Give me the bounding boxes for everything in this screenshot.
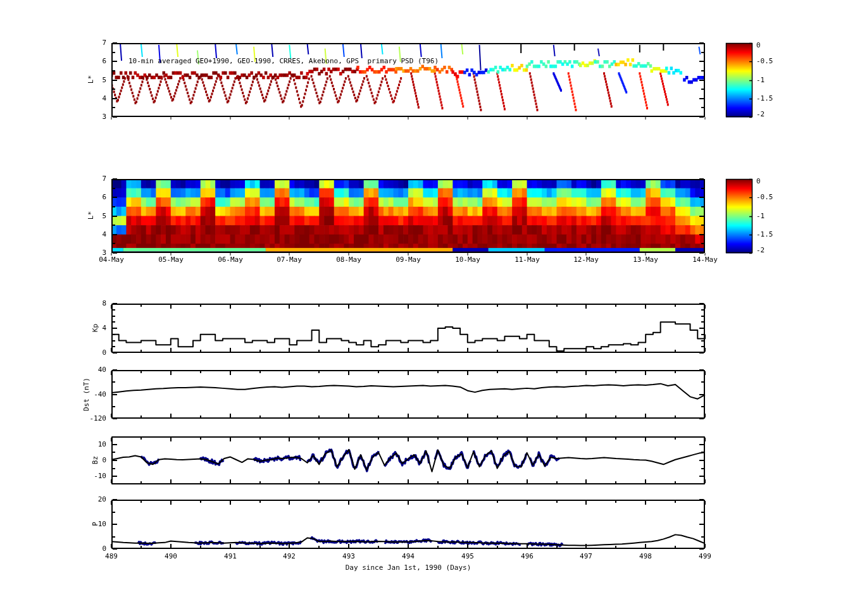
p-panel (111, 500, 705, 549)
kp-ytick-label: 8 (86, 300, 106, 307)
dst-ytick-label: -120 (86, 415, 106, 422)
kp-ytick-label: 4 (86, 324, 106, 332)
colorbar1-tick-label: -1.5 (756, 95, 773, 102)
colorbar2-tick-label: -0.5 (756, 194, 773, 201)
colorbar1-tick-label: -1 (756, 77, 765, 84)
bz-ytick-label: 10 (86, 441, 106, 448)
p-ytick-label: 20 (86, 496, 106, 503)
kp-panel (111, 304, 705, 353)
time-xtick-label: 499 (695, 553, 715, 560)
dst-ytick-label: 40 (86, 366, 106, 374)
bz-ytick-label: 0 (86, 457, 106, 464)
dst-ytick-label: -40 (86, 391, 106, 398)
p2-xtick-label: 06-May (213, 256, 248, 264)
p2-xtick-label: 09-May (390, 256, 426, 264)
p2-xtick-label: 10-May (450, 256, 485, 264)
p2-xtick-label: 08-May (331, 256, 366, 264)
p1-ytick-label: 3 (97, 113, 106, 121)
bz-ytick-label: -10 (86, 472, 106, 480)
dst-panel (111, 370, 705, 419)
p2-xtick-label: 13-May (628, 256, 663, 264)
time-xtick-label: 489 (101, 553, 122, 560)
p1-ytick-label: 6 (97, 58, 106, 65)
p2-xtick-label: 14-May (687, 256, 723, 264)
colorbar1-tick-label: -2 (756, 111, 765, 118)
time-xtick-label: 491 (220, 553, 240, 560)
time-xtick-label: 494 (398, 553, 418, 560)
time-xtick-label: 495 (458, 553, 478, 560)
colorbar2-tick-label: 0 (756, 178, 761, 185)
p2-xtick-label: 12-May (568, 256, 604, 264)
panel2-ylabel: L* (87, 190, 95, 241)
time-xlabel: Day since Jan 1st, 1990 (Days) (111, 564, 705, 572)
time-xtick-label: 498 (635, 553, 656, 560)
time-xtick-label: 496 (517, 553, 537, 560)
figure: 10-min averaged GEO+1990, GEO-1990, CRRE… (0, 0, 855, 616)
psd-observations-panel (111, 43, 705, 117)
p2-xtick-label: 04-May (94, 256, 129, 264)
panel1-inline-title: 10-min averaged GEO+1990, GEO-1990, CRRE… (128, 57, 439, 65)
p2-xtick-label: 11-May (509, 256, 545, 264)
p1-ytick-label: 7 (97, 39, 106, 47)
p-ytick-label: 10 (86, 521, 106, 528)
time-xtick-label: 490 (161, 553, 181, 560)
p2-ytick-label: 7 (97, 175, 106, 183)
p2-ytick-label: 6 (97, 194, 106, 201)
colorbar2-tick-label: -2 (756, 247, 765, 254)
p2-ytick-label: 4 (97, 231, 106, 238)
psd-model-panel (111, 179, 705, 253)
p2-xtick-label: 05-May (153, 256, 189, 264)
colorbar-top (726, 43, 752, 117)
p2-xtick-label: 07-May (271, 256, 307, 264)
bz-panel (111, 436, 705, 484)
time-xtick-label: 493 (339, 553, 359, 560)
panel1-ylabel: L* (87, 54, 95, 105)
colorbar1-tick-label: -0.5 (756, 58, 773, 65)
colorbar2-tick-label: -1 (756, 213, 765, 220)
time-xtick-label: 497 (576, 553, 596, 560)
p1-ytick-label: 4 (97, 95, 106, 102)
p1-ytick-label: 5 (97, 77, 106, 84)
time-xtick-label: 492 (279, 553, 299, 560)
colorbar-bottom (726, 179, 752, 253)
colorbar1-tick-label: 0 (756, 42, 761, 49)
colorbar2-tick-label: -1.5 (756, 231, 773, 238)
kp-ytick-label: 0 (86, 349, 106, 357)
p2-ytick-label: 5 (97, 213, 106, 220)
p-ytick-label: 0 (86, 545, 106, 553)
